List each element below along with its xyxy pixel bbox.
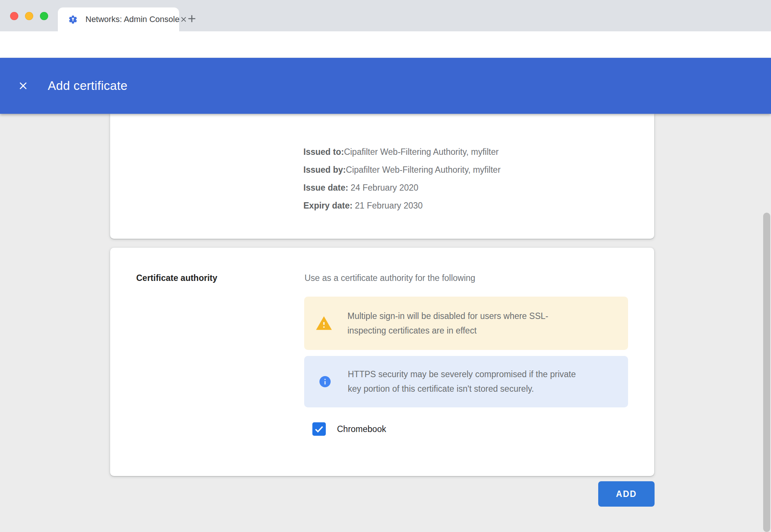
certificate-details-card: Issued to:Cipafilter Web-Filtering Autho… — [110, 114, 654, 239]
warning-icon — [315, 315, 333, 332]
add-button[interactable]: ADD — [598, 481, 655, 507]
close-icon — [17, 80, 29, 92]
chromebook-checkbox[interactable] — [312, 422, 326, 436]
tab-strip: Networks: Admin Console — [0, 0, 771, 31]
cert-issued-by-row: Issued by:Cipafilter Web-Filtering Autho… — [303, 161, 654, 179]
certificate-authority-card: Certificate authority Use as a certifica… — [110, 248, 654, 476]
info-icon — [318, 375, 332, 388]
macos-zoom-button[interactable] — [40, 12, 48, 20]
chromebook-checkbox-row: Chromebook — [312, 422, 386, 436]
tab-title: Networks: Admin Console — [85, 15, 180, 24]
cert-row-label: Issued by: — [303, 165, 346, 175]
info-banner: HTTPS security may be severely compromis… — [304, 356, 628, 407]
cert-row-value: 24 February 2020 — [348, 183, 418, 193]
section-description: Use as a certificate authority for the f… — [305, 273, 475, 283]
cert-issue-date-row: Issue date: 24 February 2020 — [303, 179, 654, 197]
warning-banner: Multiple sign-in will be disabled for us… — [304, 297, 628, 350]
macos-close-button[interactable] — [10, 12, 18, 20]
scrollbar-thumb[interactable] — [763, 213, 770, 532]
checkmark-icon — [313, 423, 325, 435]
info-text: HTTPS security may be severely compromis… — [348, 367, 581, 396]
cert-row-label: Issue date: — [303, 183, 348, 193]
section-heading: Certificate authority — [136, 273, 217, 283]
macos-minimize-button[interactable] — [25, 12, 33, 20]
add-certificate-header: Add certificate — [0, 58, 771, 114]
cert-row-value: Cipafilter Web-Filtering Authority, myfi… — [346, 165, 501, 175]
admin-gear-icon — [68, 15, 78, 25]
page-title: Add certificate — [48, 79, 128, 93]
browser-tab[interactable]: Networks: Admin Console — [58, 7, 179, 31]
cert-row-label: Expiry date: — [303, 201, 353, 210]
cert-row-value: 21 February 2030 — [353, 201, 423, 210]
checkbox-label: Chromebook — [337, 424, 386, 434]
new-tab-button[interactable] — [184, 11, 199, 26]
browser-toolbar: admin.google.com/ac/networks — [0, 31, 771, 58]
close-dialog-button[interactable] — [14, 77, 32, 95]
warning-text: Multiple sign-in will be disabled for us… — [347, 309, 581, 338]
cert-expiry-date-row: Expiry date: 21 February 2030 — [303, 197, 654, 215]
cert-issued-to-row: Issued to:Cipafilter Web-Filtering Autho… — [303, 143, 654, 161]
cert-row-label: Issued to: — [303, 147, 344, 157]
content-area: Issued to:Cipafilter Web-Filtering Autho… — [0, 114, 771, 532]
cert-row-value: Cipafilter Web-Filtering Authority, myfi… — [344, 147, 499, 157]
